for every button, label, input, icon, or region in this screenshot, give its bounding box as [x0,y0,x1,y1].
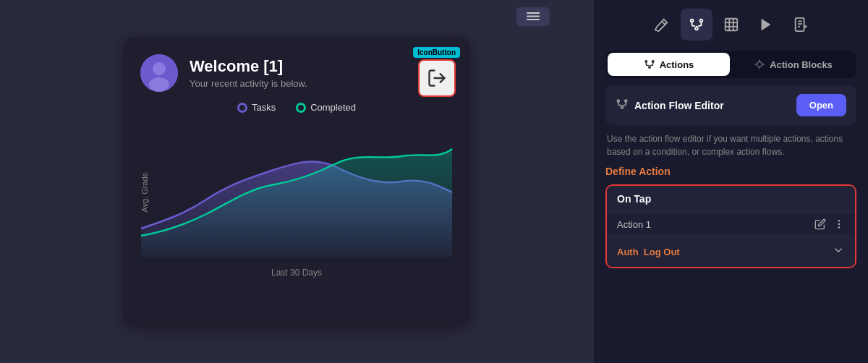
svg-point-30 [838,223,839,224]
menu-icon [527,12,540,22]
on-tap-action-row: Action 1 [607,212,855,236]
legend-tasks: Tasks [237,102,276,113]
svg-point-27 [625,100,627,102]
define-action-label: Define Action [605,166,856,177]
tab-actions-label: Actions [660,59,694,70]
card-title: Welcome [1] [190,57,307,76]
left-panel: Welcome [1] Your recent activity is belo… [0,0,593,363]
card-subtitle: Your recent activity is below. [190,78,307,89]
icon-button-container: IconButton [413,47,460,97]
edit-icon[interactable] [814,218,826,230]
chart-svg [140,120,453,257]
card-header: Welcome [1] Your recent activity is belo… [140,54,453,92]
y-axis-label: Avg. Grade [140,172,149,212]
auth-text: Auth [617,247,639,257]
auth-action-text: Log Out [644,247,680,257]
auth-label: Auth Log Out [617,247,680,257]
legend-completed: Completed [296,102,356,113]
icon-button-badge: IconButton [413,47,460,58]
svg-point-4 [153,62,166,75]
on-tap-icons [814,218,845,230]
svg-point-29 [838,221,839,221]
flow-editor-row: Action Flow Editor Open [605,85,856,125]
tab-action-blocks[interactable]: Action Blocks [732,53,854,76]
svg-point-26 [617,100,619,102]
play-button[interactable] [750,9,782,40]
chart-area: Avg. Grade [140,120,453,265]
flow-editor-left: Action Flow Editor [616,98,724,114]
tasks-dot [237,103,247,113]
wand-button[interactable] [646,9,678,40]
auth-row: Auth Log Out [607,236,855,267]
logout-icon [427,68,447,88]
icon-button[interactable] [418,59,456,97]
svg-point-8 [699,20,702,22]
on-tap-header: On Tap [607,186,855,212]
description-text: Use the action flow editor if you want m… [605,132,856,158]
avatar [140,54,178,92]
svg-point-5 [149,77,169,92]
svg-point-28 [621,106,624,108]
on-tap-title: On Tap [617,193,651,205]
svg-point-31 [838,227,839,228]
completed-label: Completed [310,102,356,113]
tasks-label: Tasks [252,102,276,113]
svg-marker-15 [761,19,770,31]
svg-point-9 [695,27,698,30]
open-button[interactable]: Open [796,94,846,116]
flow-editor-label: Action Flow Editor [634,100,724,111]
card: Welcome [1] Your recent activity is belo… [123,37,470,326]
svg-line-6 [662,21,665,25]
more-icon[interactable] [833,218,845,230]
svg-rect-1 [527,16,540,17]
svg-point-22 [645,61,647,63]
svg-rect-10 [725,19,737,31]
svg-point-23 [652,61,654,63]
on-tap-action-label: Action 1 [617,219,651,230]
svg-point-24 [648,67,650,69]
svg-rect-0 [527,12,540,14]
completed-dot [296,103,306,113]
svg-point-7 [690,20,693,22]
table-button[interactable] [715,9,747,40]
note-add-button[interactable] [785,9,817,40]
menu-button[interactable] [516,7,550,26]
toolbar [605,9,856,40]
top-bar [516,7,550,26]
tab-action-blocks-label: Action Blocks [770,59,833,70]
svg-point-25 [757,62,762,67]
tab-actions[interactable]: Actions [608,53,730,76]
auth-chevron[interactable] [832,244,845,260]
right-panel: Actions Action Blocks Action Flow Editor… [593,0,868,363]
chart-legend: Tasks Completed [140,102,453,113]
tab-row: Actions Action Blocks [605,51,856,78]
card-title-area: Welcome [1] Your recent activity is belo… [190,57,307,89]
on-tap-box: On Tap Action 1 Auth Log Out [605,184,856,268]
x-axis-label: Last 30 Days [140,268,453,278]
flow-button[interactable] [681,9,712,40]
svg-rect-2 [527,19,540,20]
flow-editor-icon [616,98,629,114]
